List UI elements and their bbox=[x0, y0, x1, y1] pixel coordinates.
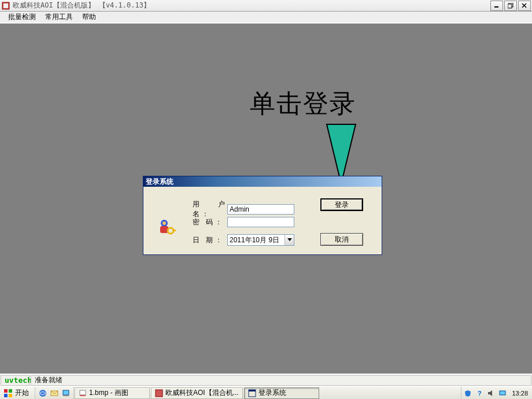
tray-volume-icon[interactable] bbox=[487, 389, 495, 397]
svg-marker-27 bbox=[488, 390, 492, 396]
svg-rect-4 bbox=[508, 4, 512, 8]
login-user-key-icon bbox=[157, 218, 176, 237]
date-picker-value: 2011年10月 9日 bbox=[228, 235, 285, 245]
taskbar: 开始 1.bmp - 画图 欧威科技AOI【混合机... 登录系统 ? 13:2… bbox=[0, 386, 532, 399]
svg-rect-24 bbox=[156, 390, 162, 397]
statusbar: uvtech 准备就绪 bbox=[0, 374, 532, 386]
client-area: 单击登录 登录系统 用户名： 密 码： bbox=[0, 24, 532, 372]
svg-rect-26 bbox=[249, 390, 256, 391]
login-dialog: 登录系统 用户名： 密 码： 日 期： bbox=[143, 176, 382, 255]
menu-batch-detect[interactable]: 批量检测 bbox=[3, 11, 40, 23]
annotation-text: 单击登录 bbox=[250, 87, 356, 121]
svg-rect-14 bbox=[4, 389, 8, 393]
start-button-label: 开始 bbox=[15, 388, 29, 398]
svg-rect-15 bbox=[9, 389, 12, 393]
start-button[interactable]: 开始 bbox=[0, 387, 35, 400]
ie-icon[interactable] bbox=[38, 388, 48, 398]
username-input[interactable] bbox=[227, 204, 294, 215]
taskbar-clock[interactable]: 13:28 bbox=[510, 390, 530, 397]
dialog-icon-small bbox=[248, 389, 256, 397]
task-login-dialog[interactable]: 登录系统 bbox=[244, 387, 319, 399]
date-label: 日 期： bbox=[193, 235, 227, 245]
app-titlebar: 欧威科技AOI【混合机版】 【v4.1.0.13】 bbox=[0, 0, 532, 12]
task-paint[interactable]: 1.bmp - 画图 bbox=[75, 387, 150, 399]
restore-button[interactable] bbox=[504, 1, 517, 11]
svg-marker-7 bbox=[327, 124, 356, 184]
svg-rect-23 bbox=[80, 395, 86, 396]
svg-rect-16 bbox=[4, 394, 8, 397]
login-dialog-title: 登录系统 bbox=[143, 176, 382, 187]
system-tray: ? 13:28 bbox=[461, 387, 532, 400]
menu-help[interactable]: 帮助 bbox=[77, 11, 101, 23]
task-login-label: 登录系统 bbox=[258, 388, 286, 398]
task-aoi-label: 欧威科技AOI【混合机... bbox=[165, 388, 239, 398]
app-icon-small bbox=[155, 389, 163, 397]
svg-rect-17 bbox=[9, 394, 12, 397]
tray-help-icon[interactable]: ? bbox=[475, 389, 483, 397]
date-picker[interactable]: 2011年10月 9日 bbox=[227, 234, 294, 246]
quick-launch bbox=[35, 387, 74, 400]
mail-icon[interactable] bbox=[49, 388, 60, 398]
svg-point-18 bbox=[39, 390, 46, 397]
task-paint-label: 1.bmp - 画图 bbox=[89, 388, 128, 398]
menubar: 批量检测 常用工具 帮助 bbox=[0, 12, 532, 23]
app-title: 欧威科技AOI【混合机版】 【v4.1.0.13】 bbox=[13, 1, 150, 10]
show-desktop-icon[interactable] bbox=[61, 388, 71, 398]
close-button[interactable] bbox=[518, 1, 531, 11]
tray-monitor-icon[interactable] bbox=[498, 389, 507, 397]
task-aoi-app[interactable]: 欧威科技AOI【混合机... bbox=[151, 387, 243, 399]
svg-rect-12 bbox=[172, 230, 176, 231]
login-button-label: 登录 bbox=[335, 200, 349, 210]
svg-rect-1 bbox=[3, 3, 8, 8]
svg-rect-22 bbox=[80, 390, 86, 395]
svg-rect-20 bbox=[63, 390, 69, 395]
status-brand: uvtech bbox=[1, 375, 29, 386]
minimize-button[interactable] bbox=[490, 1, 503, 11]
svg-point-10 bbox=[162, 221, 166, 225]
svg-rect-28 bbox=[500, 391, 505, 395]
status-text: 准备就绪 bbox=[31, 375, 531, 386]
password-input[interactable] bbox=[227, 217, 294, 227]
username-label: 用户名： bbox=[193, 200, 227, 219]
paint-icon bbox=[79, 389, 87, 397]
cancel-button[interactable]: 取消 bbox=[320, 233, 363, 246]
app-icon bbox=[1, 1, 10, 10]
cancel-button-label: 取消 bbox=[335, 235, 349, 245]
password-label: 密 码： bbox=[193, 217, 227, 227]
svg-marker-13 bbox=[287, 238, 292, 241]
login-dialog-body: 用户名： 密 码： 日 期： 2011年10月 9日 登录 bbox=[143, 187, 382, 254]
svg-rect-21 bbox=[63, 395, 69, 396]
windows-logo-icon bbox=[3, 389, 13, 398]
tray-shield-icon[interactable] bbox=[464, 389, 472, 397]
menu-common-tools[interactable]: 常用工具 bbox=[40, 11, 77, 23]
login-button[interactable]: 登录 bbox=[320, 198, 363, 211]
chevron-down-icon[interactable] bbox=[285, 235, 294, 245]
